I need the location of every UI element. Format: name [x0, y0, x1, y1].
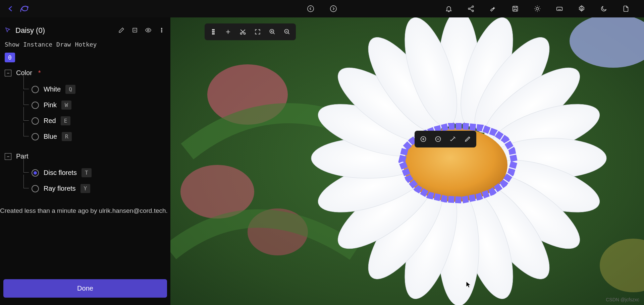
radio-white[interactable] [32, 86, 39, 93]
svg-point-41 [212, 29, 213, 30]
tab-draw[interactable]: Draw [56, 41, 71, 48]
svg-point-11 [161, 28, 162, 29]
segmentation-toolbar[interactable] [415, 131, 476, 147]
radio-blue[interactable] [32, 133, 39, 140]
zoom-in-icon[interactable] [266, 27, 279, 37]
label-white: White [44, 85, 61, 93]
label-title: Daisy (0) [15, 26, 113, 35]
svg-rect-5 [513, 6, 518, 11]
label-pink: Pink [44, 101, 57, 109]
svg-point-10 [148, 29, 149, 31]
option-white[interactable]: White Q [5, 81, 166, 97]
wrench-icon[interactable] [488, 4, 498, 13]
share-icon[interactable] [466, 4, 476, 13]
done-button[interactable]: Done [3, 279, 167, 298]
save-icon[interactable] [511, 4, 520, 13]
hotkey-r: R [62, 132, 72, 141]
hotkey-w: W [61, 101, 71, 110]
radio-ray[interactable] [32, 185, 39, 192]
cursor-icon [5, 27, 11, 34]
hotkey-q: Q [65, 85, 75, 94]
svg-point-6 [536, 7, 538, 10]
attr-color: − Color * White Q Pink W Red E Blue R [0, 65, 170, 148]
keyboard-icon[interactable] [555, 4, 564, 13]
canvas[interactable] [170, 17, 644, 305]
fit-icon[interactable] [251, 27, 264, 37]
more-icon[interactable] [158, 27, 166, 34]
hotkey-y: Y [80, 184, 91, 193]
svg-point-13 [161, 32, 162, 33]
collapse-color[interactable]: − [5, 70, 11, 76]
label-actions [118, 27, 166, 34]
label-red: Red [44, 117, 56, 125]
gear-icon[interactable] [577, 4, 586, 13]
instance-badge[interactable]: 0 [5, 53, 15, 62]
tab-row: Show Instance Draw Hotkey [0, 38, 170, 50]
radio-red[interactable] [32, 117, 39, 125]
moon-icon[interactable] [599, 4, 608, 13]
flower-image [170, 17, 644, 305]
seg-subtract-icon[interactable] [431, 134, 445, 144]
label-ray: Ray florets [44, 185, 76, 192]
svg-point-1 [330, 6, 336, 12]
label-blue: Blue [44, 133, 57, 140]
hotkey-t: T [82, 168, 92, 177]
svg-point-44 [214, 32, 214, 32]
zoom-out-icon[interactable] [280, 27, 294, 37]
sidebar: Daisy (0) Show Instance Draw Hotkey 0 − … [0, 17, 170, 305]
svg-point-46 [214, 34, 214, 34]
required-asterisk: * [38, 69, 41, 77]
seg-add-icon[interactable] [417, 134, 430, 144]
attr-part: − Part Disc florets T Ray florets Y [0, 148, 170, 200]
cut-icon[interactable] [236, 27, 250, 37]
svg-point-45 [212, 34, 213, 34]
label-disc: Disc florets [44, 169, 77, 177]
topbar [0, 0, 644, 17]
add-icon[interactable] [221, 27, 235, 37]
svg-point-12 [161, 30, 162, 31]
tab-show[interactable]: Show [5, 41, 19, 48]
collapse-icon[interactable] [131, 27, 139, 34]
next-frame-button[interactable] [329, 4, 338, 13]
file-export-icon[interactable] [621, 4, 631, 13]
bell-icon[interactable] [444, 4, 453, 13]
radio-disc[interactable] [32, 169, 39, 177]
attr-part-label: Part [16, 152, 29, 160]
canvas-toolbar[interactable] [205, 23, 296, 40]
brightness-icon[interactable] [533, 4, 542, 13]
watermark: CSDN @jcfszxc [606, 297, 639, 302]
created-note: Created less than a minute ago by ulrik.… [0, 200, 170, 221]
option-pink[interactable]: Pink W [5, 97, 166, 113]
svg-point-8 [581, 8, 583, 10]
hotkey-e: E [61, 116, 71, 125]
eraser-icon[interactable] [118, 27, 125, 34]
svg-rect-7 [557, 7, 562, 10]
svg-point-42 [214, 29, 214, 30]
prev-frame-button[interactable] [306, 4, 315, 13]
radio-pink[interactable] [32, 102, 39, 109]
option-disc[interactable]: Disc florets T [5, 165, 166, 181]
svg-point-43 [212, 32, 213, 32]
mouse-cursor [466, 281, 472, 290]
option-red[interactable]: Red E [5, 113, 166, 129]
collapse-part[interactable]: − [5, 153, 11, 160]
tab-hotkey[interactable]: Hotkey [75, 41, 97, 48]
svg-point-0 [308, 6, 314, 12]
drag-handle-icon[interactable] [207, 27, 220, 37]
app-logo[interactable] [18, 2, 32, 15]
attr-color-label: Color [16, 69, 32, 77]
label-header: Daisy (0) [0, 23, 170, 38]
tab-instance[interactable]: Instance [23, 41, 52, 48]
pencil-icon[interactable] [461, 134, 474, 144]
back-icon[interactable] [7, 5, 15, 13]
option-blue[interactable]: Blue R [5, 129, 166, 144]
magic-wand-icon[interactable] [446, 134, 460, 144]
option-ray[interactable]: Ray florets Y [5, 181, 166, 196]
eye-icon[interactable] [145, 27, 152, 34]
